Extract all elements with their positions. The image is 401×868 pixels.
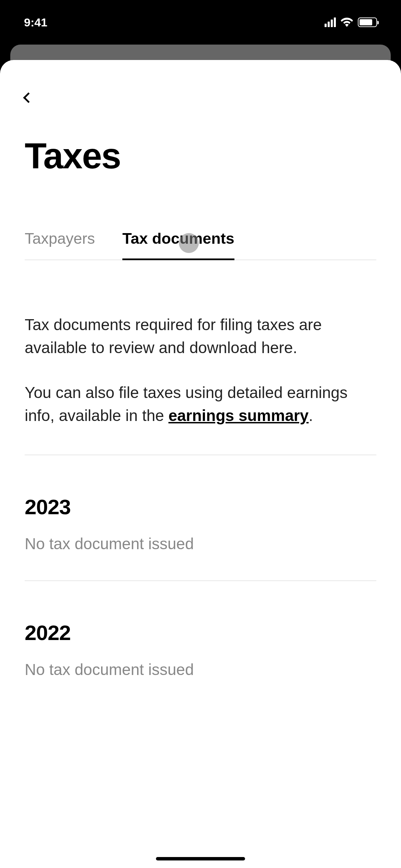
back-button[interactable]: [25, 89, 42, 106]
year-status: No tax document issued: [25, 534, 376, 553]
wifi-icon: [341, 17, 353, 27]
description-text: Tax documents required for filing taxes …: [25, 313, 376, 427]
tab-tax-documents[interactable]: Tax documents: [122, 230, 234, 260]
year-section-2022: 2022 No tax document issued: [25, 620, 376, 679]
status-bar: 9:41: [0, 0, 401, 45]
year-title: 2023: [25, 495, 376, 519]
year-status: No tax document issued: [25, 660, 376, 679]
status-time: 9:41: [24, 16, 47, 29]
divider: [25, 580, 376, 581]
battery-icon: [358, 17, 377, 27]
earnings-summary-link[interactable]: earnings summary: [168, 407, 308, 424]
home-indicator: [156, 857, 245, 860]
year-section-2023: 2023 No tax document issued: [25, 495, 376, 553]
tab-taxpayers[interactable]: Taxpayers: [25, 230, 95, 260]
cellular-signal-icon: [325, 17, 336, 27]
description-paragraph-2: You can also file taxes using detailed e…: [25, 381, 376, 427]
page-title: Taxes: [25, 135, 376, 177]
year-title: 2022: [25, 620, 376, 645]
tabs-container: Taxpayers Tax documents: [25, 230, 376, 260]
description-paragraph-1: Tax documents required for filing taxes …: [25, 313, 376, 359]
main-sheet: Taxes Taxpayers Tax documents Tax docume…: [0, 60, 401, 868]
chevron-left-icon: [23, 92, 34, 103]
divider: [25, 455, 376, 455]
status-icons: [325, 17, 377, 27]
